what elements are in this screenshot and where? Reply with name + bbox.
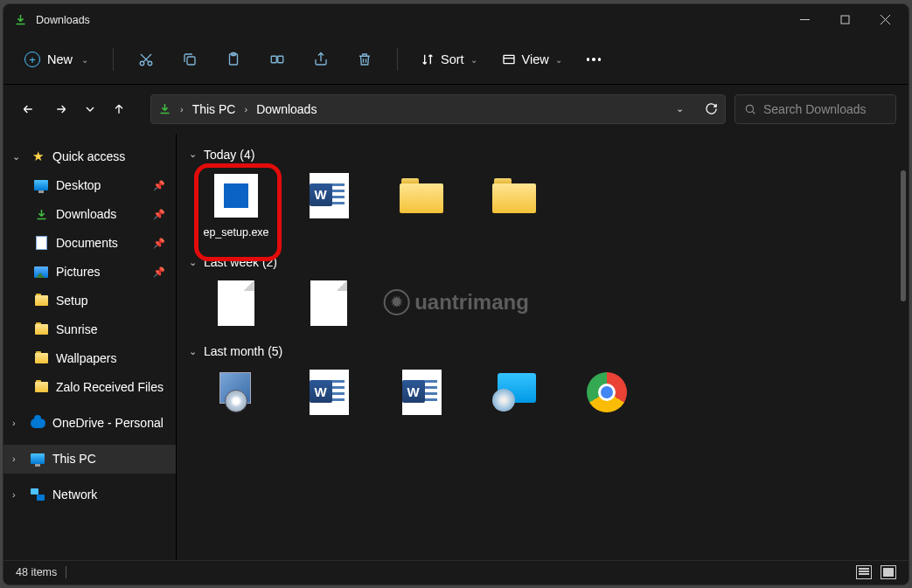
- search-icon: [744, 103, 756, 115]
- titlebar: Downloads: [3, 4, 909, 36]
- word-icon: W: [310, 173, 349, 218]
- maximize-button[interactable]: [825, 6, 865, 34]
- toolbar: + New ⌄ Sort ⌄ View ⌄: [3, 36, 909, 85]
- copy-button[interactable]: [171, 42, 208, 77]
- cut-button[interactable]: [128, 42, 164, 77]
- sidebar-item-wallpapers[interactable]: Wallpapers: [3, 344, 176, 373]
- pin-icon: 📌: [153, 180, 165, 191]
- chevron-down-icon: ⌄: [81, 55, 88, 65]
- sidebar-label: Zalo Received Files: [56, 380, 164, 394]
- sidebar-label: Network: [52, 488, 97, 502]
- more-button[interactable]: [578, 49, 610, 70]
- file-item-installer[interactable]: [201, 367, 271, 418]
- chevron-right-icon: ›: [12, 489, 23, 500]
- delete-button[interactable]: [346, 42, 383, 77]
- chevron-right-icon: ›: [12, 418, 23, 428]
- file-item-word[interactable]: W: [294, 367, 364, 418]
- file-explorer-window: Downloads + New ⌄ Sort ⌄ View ⌄: [3, 3, 909, 585]
- search-input[interactable]: Search Downloads: [734, 94, 896, 124]
- view-button[interactable]: View ⌄: [493, 47, 571, 72]
- pin-icon: 📌: [153, 209, 165, 220]
- sidebar-label: Documents: [56, 236, 118, 250]
- file-icon: [310, 280, 347, 326]
- group-label: Last month (5): [204, 344, 282, 358]
- group-label: Today (4): [204, 148, 254, 162]
- pin-icon: 📌: [153, 238, 165, 249]
- sort-button[interactable]: Sort ⌄: [412, 47, 486, 72]
- group-last-week[interactable]: ⌄ Last week (2): [189, 255, 896, 269]
- sidebar-item-this-pc[interactable]: › This PC: [3, 445, 176, 474]
- refresh-icon[interactable]: [705, 102, 718, 115]
- group-last-month[interactable]: ⌄ Last month (5): [189, 344, 896, 358]
- new-button[interactable]: + New ⌄: [14, 46, 99, 73]
- sidebar-label: Pictures: [56, 265, 101, 279]
- group-label: Last week (2): [204, 255, 277, 269]
- sidebar-item-downloads[interactable]: Downloads 📌: [3, 200, 176, 229]
- recent-button[interactable]: [82, 95, 98, 123]
- svg-point-2: [148, 61, 152, 66]
- word-icon: W: [402, 370, 442, 415]
- minimize-button[interactable]: [784, 6, 825, 34]
- file-item-folder[interactable]: [386, 170, 456, 240]
- sidebar-item-desktop[interactable]: Desktop 📌: [3, 171, 176, 200]
- chevron-down-icon: ⌄: [189, 346, 197, 357]
- file-item-disc-app[interactable]: [479, 367, 549, 418]
- pictures-icon: [33, 264, 49, 280]
- sidebar-label: Quick access: [52, 149, 125, 163]
- separator: [66, 566, 66, 578]
- chrome-icon: [587, 372, 627, 412]
- file-item-chrome[interactable]: [572, 367, 642, 418]
- word-icon: W: [310, 370, 349, 415]
- large-icons-view-button[interactable]: [881, 565, 896, 579]
- back-button[interactable]: [16, 95, 40, 123]
- history-chevron-icon[interactable]: ⌄: [676, 103, 684, 114]
- sidebar-item-network[interactable]: › Network: [3, 481, 176, 509]
- file-row: ep_setup.exe W: [189, 170, 896, 240]
- network-icon: [30, 487, 45, 502]
- crumb-thispc[interactable]: This PC: [192, 102, 236, 116]
- crumb-current[interactable]: Downloads: [256, 102, 317, 116]
- separator: [397, 48, 398, 71]
- folder-icon: [33, 379, 49, 395]
- forward-button[interactable]: [49, 95, 73, 123]
- rename-button[interactable]: [259, 42, 296, 77]
- file-item-folder[interactable]: [479, 170, 549, 240]
- crumb-sep-icon: ›: [180, 104, 184, 114]
- svg-rect-6: [271, 56, 276, 63]
- scrollbar[interactable]: [901, 170, 906, 301]
- navigation-row: › This PC › Downloads ⌄ Search Downloads: [3, 85, 909, 134]
- folder-icon: [492, 178, 536, 213]
- sidebar-label: Setup: [56, 294, 88, 308]
- sidebar-item-quick-access[interactable]: ⌄ ★ Quick access: [3, 142, 176, 171]
- file-item-ep-setup[interactable]: ep_setup.exe: [201, 170, 271, 240]
- close-button[interactable]: [865, 6, 905, 34]
- sidebar-label: Desktop: [56, 178, 101, 192]
- file-item-blank[interactable]: [201, 278, 271, 329]
- sidebar-item-zalo[interactable]: Zalo Received Files: [3, 373, 176, 402]
- new-label: New: [47, 52, 73, 66]
- file-icon: [218, 280, 254, 326]
- folder-icon: [33, 350, 49, 366]
- file-item-word[interactable]: W: [294, 170, 364, 240]
- folder-icon: [33, 293, 49, 308]
- address-bar[interactable]: › This PC › Downloads ⌄: [150, 94, 726, 124]
- sidebar-item-documents[interactable]: Documents 📌: [3, 229, 176, 258]
- file-item-blank[interactable]: [294, 278, 364, 329]
- sidebar-item-setup[interactable]: Setup: [3, 287, 176, 315]
- paste-button[interactable]: [215, 42, 252, 77]
- group-today[interactable]: ⌄ Today (4): [189, 148, 896, 162]
- file-item-word[interactable]: W: [386, 367, 456, 418]
- details-view-button[interactable]: [856, 565, 872, 579]
- sidebar-item-pictures[interactable]: Pictures 📌: [3, 258, 176, 287]
- sidebar-label: Downloads: [56, 207, 116, 221]
- download-icon: [33, 206, 49, 222]
- share-button[interactable]: [303, 42, 339, 77]
- status-bar: 48 items: [3, 560, 909, 585]
- sidebar-label: Sunrise: [56, 322, 97, 336]
- document-icon: [33, 235, 49, 251]
- sidebar-item-sunrise[interactable]: Sunrise: [3, 315, 176, 344]
- file-name: ep_setup.exe: [203, 226, 268, 240]
- plus-icon: +: [24, 52, 40, 67]
- up-button[interactable]: [107, 95, 131, 123]
- sidebar-item-onedrive[interactable]: › OneDrive - Personal: [3, 409, 176, 438]
